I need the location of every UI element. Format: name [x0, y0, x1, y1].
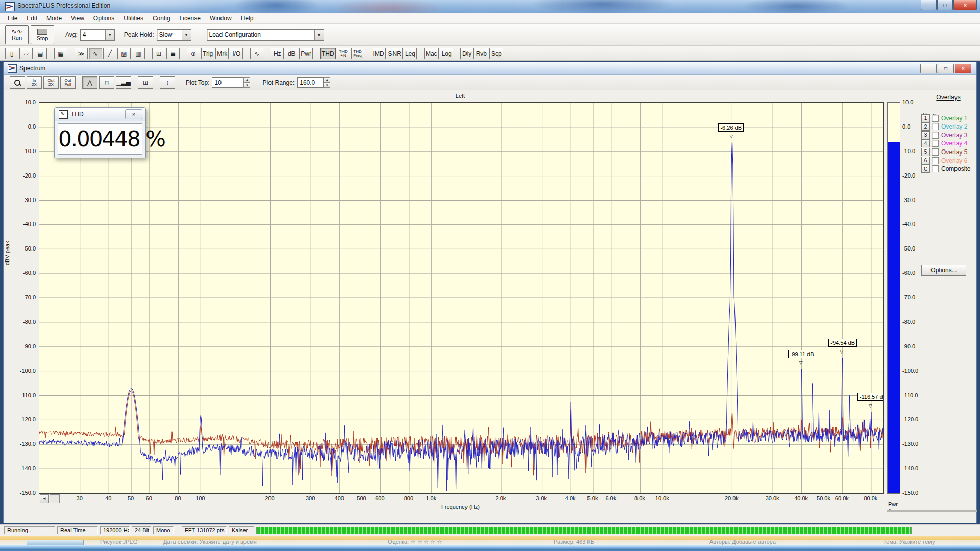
overlay-on-checkbox-6[interactable]: [932, 157, 939, 164]
save-file-button[interactable]: ▤: [34, 48, 47, 59]
plot-top-spinner[interactable]: ▲▼: [243, 77, 250, 88]
overlay-on-checkbox-1[interactable]: [932, 115, 939, 122]
spectrum-plot[interactable]: [39, 102, 884, 494]
meter-fill: [888, 142, 900, 493]
log-button[interactable]: Log: [440, 48, 453, 59]
overlay-on-checkbox-c[interactable]: [932, 165, 939, 172]
zoom-out-2x-button[interactable]: Out 2X: [43, 76, 59, 89]
overlay-set-button-1[interactable]: 1: [921, 114, 930, 122]
thd-plus-n-button[interactable]: THD +N: [337, 48, 350, 59]
menu-utilities[interactable]: Utilities: [119, 14, 148, 23]
input-output-button[interactable]: I/O: [230, 48, 243, 59]
zoom-out-full-button[interactable]: Out Full: [60, 76, 76, 89]
line-plot-button[interactable]: ⋀: [82, 76, 97, 89]
menu-license[interactable]: License: [175, 14, 205, 23]
bar-plot-button[interactable]: ▁▃▅: [116, 76, 131, 89]
scope-button[interactable]: Scp: [489, 48, 503, 59]
scroll-thumb[interactable]: [50, 494, 60, 503]
thd-button[interactable]: THD: [320, 48, 336, 59]
meter-scrollbar[interactable]: [887, 510, 977, 512]
units-pwr-button[interactable]: Pwr: [299, 48, 313, 59]
units-hz-button[interactable]: Hz: [271, 48, 284, 59]
minimize-icon[interactable]: –: [921, 0, 937, 10]
imd-button[interactable]: IMD: [372, 48, 386, 59]
thd-freq-button[interactable]: THD Freq: [351, 48, 364, 59]
close-icon[interactable]: ×: [955, 64, 971, 73]
zoom-tool-button[interactable]: [10, 76, 25, 89]
menu-file[interactable]: File: [3, 14, 22, 23]
thd-titlebar[interactable]: THD ×: [55, 108, 145, 121]
close-icon[interactable]: ×: [953, 0, 977, 10]
run-button[interactable]: ∿∿ Run: [5, 25, 29, 44]
close-icon[interactable]: ×: [125, 109, 142, 119]
print-button[interactable]: ▦: [54, 48, 67, 59]
macro-button[interactable]: Mac: [424, 48, 439, 59]
load-configuration-select[interactable]: Load Configuration ▾: [207, 29, 324, 41]
overlay-set-button-3[interactable]: 3: [921, 131, 930, 139]
stop-button[interactable]: Stop: [31, 25, 54, 44]
menu-mode[interactable]: Mode: [42, 14, 66, 23]
overlay-label: Overlay 5: [941, 148, 967, 156]
surface-view-button[interactable]: ▥: [132, 48, 145, 59]
plot-range-input[interactable]: 160.0: [297, 77, 324, 88]
overlay-on-checkbox-2[interactable]: [932, 123, 939, 130]
spectrum-titlebar[interactable]: Spectrum –□×: [4, 62, 976, 75]
thd-window[interactable]: THD × 0.00448 %: [54, 107, 146, 158]
menu-options[interactable]: Options: [89, 14, 119, 23]
peak-hold-select[interactable]: Slow ▾: [157, 29, 191, 41]
plot-options-button[interactable]: ⊞: [138, 76, 153, 89]
plot-horizontal-scrollbar[interactable]: ◄: [40, 494, 60, 503]
spin-up-icon[interactable]: ▲: [243, 77, 250, 83]
menu-window[interactable]: Window: [205, 14, 236, 23]
chevron-down-icon[interactable]: ▾: [182, 30, 191, 40]
marker-tool-button[interactable]: ⊕: [187, 48, 200, 59]
scale-settings-button[interactable]: ≣: [166, 48, 180, 59]
chevron-down-icon[interactable]: ▾: [314, 30, 324, 40]
phase-view-button[interactable]: ╱: [103, 48, 116, 59]
step-plot-button[interactable]: ⊓: [99, 76, 114, 89]
menu-edit[interactable]: Edit: [22, 14, 42, 23]
menu-help[interactable]: Help: [236, 14, 258, 23]
overlay-set-button-4[interactable]: 4: [921, 139, 930, 147]
overlay-set-button-6[interactable]: 6: [921, 157, 930, 165]
plot-top-input[interactable]: 10: [212, 77, 243, 88]
spin-down-icon[interactable]: ▼: [324, 83, 330, 88]
x-tick: 400: [335, 495, 344, 502]
chevron-down-icon[interactable]: ▾: [105, 30, 114, 40]
overlay-on-checkbox-3[interactable]: [932, 132, 939, 139]
snr-button[interactable]: SNR: [387, 48, 403, 59]
delay-button[interactable]: Dly: [460, 48, 474, 59]
menu-config[interactable]: Config: [148, 14, 175, 23]
reverb-button[interactable]: Rvb: [475, 48, 488, 59]
zoom-in-2x-button[interactable]: In 2X: [27, 76, 42, 89]
fast-forward-button[interactable]: ≫: [75, 48, 88, 59]
trigger-button[interactable]: Trig: [201, 48, 214, 59]
overlays-options-button[interactable]: Options...: [921, 265, 966, 276]
spin-down-icon[interactable]: ▼: [243, 83, 250, 88]
spectrogram-view-button[interactable]: ▨: [117, 48, 131, 59]
overlay-on-checkbox-5[interactable]: [932, 148, 939, 156]
open-file-button[interactable]: ▱: [19, 48, 33, 59]
new-file-button[interactable]: ▯: [5, 48, 18, 59]
minimize-icon[interactable]: –: [920, 64, 937, 73]
signal-generator-button[interactable]: ∿: [250, 48, 263, 59]
display-settings-button[interactable]: ⊞: [152, 48, 165, 59]
scroll-left-icon[interactable]: ◄: [40, 494, 49, 503]
plot-range-spinner[interactable]: ▲▼: [324, 77, 330, 88]
vertical-scale-button[interactable]: ↕: [160, 76, 175, 89]
status-state: Running...: [4, 526, 55, 534]
maximize-icon[interactable]: □: [937, 0, 953, 10]
menu-view[interactable]: View: [66, 14, 89, 23]
spin-up-icon[interactable]: ▲: [324, 77, 330, 83]
overlay-on-checkbox-4[interactable]: [932, 140, 939, 147]
maximize-icon[interactable]: □: [938, 64, 954, 73]
leq-button[interactable]: Leq: [404, 48, 417, 59]
spectrum-view-button[interactable]: ∿: [89, 48, 102, 59]
main-toolbar: ∿∿ Run Stop Avg: 4 ▾ Peak Hold: Slow ▾ L…: [0, 24, 980, 46]
overlay-label: Overlay 3: [941, 132, 967, 139]
markers-button[interactable]: Mrk: [215, 48, 229, 59]
units-db-button[interactable]: dB: [285, 48, 298, 59]
avg-select[interactable]: 4 ▾: [80, 29, 115, 41]
spectrum-window-controls: –□×: [919, 64, 971, 73]
stop-label: Stop: [37, 35, 48, 41]
